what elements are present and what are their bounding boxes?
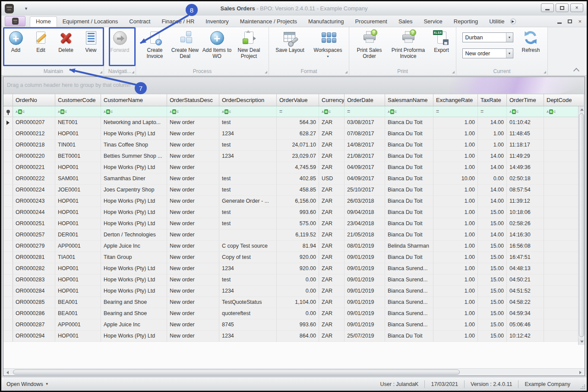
column-header-ordervalue[interactable]: OrderValue (277, 94, 319, 106)
combo-branch[interactable]: Durban▼ (462, 32, 513, 42)
add-items-to-wo-button[interactable]: Add Items to WO (201, 29, 234, 59)
tab-procurement[interactable]: Procurement (349, 16, 392, 27)
column-header-exchangerate[interactable]: ExchangeRate (433, 94, 478, 106)
group-by-bar[interactable]: Drag a column header here to group by th… (3, 77, 585, 94)
print-sales-order-button[interactable]: ?Print Sales Order (351, 29, 388, 59)
column-header-currency[interactable]: Currency (319, 94, 345, 106)
column-header-salesmanname[interactable]: SalesmanName (385, 94, 433, 106)
export-button[interactable]: XLSXExport (429, 29, 454, 53)
dialog-launcher-icon[interactable] (544, 71, 546, 73)
scroll-left-icon[interactable] (4, 369, 11, 376)
horizontal-scroll-thumb[interactable] (13, 370, 460, 375)
dialog-launcher-icon[interactable] (452, 71, 455, 73)
mdi-close-icon[interactable]: × (578, 18, 582, 25)
workspaces-button[interactable]: Workspaces▼ (309, 29, 347, 60)
vertical-scroll-thumb[interactable] (579, 113, 584, 337)
table-row[interactable]: OR0000221HOP001Hope Works (Pty) LtdNew o… (3, 162, 585, 173)
table-row[interactable]: OR0000282HOP001Hope Works (Pty) LtdNew o… (3, 263, 585, 274)
chevron-down-icon[interactable]: ▼ (506, 49, 513, 58)
mdi-restore-icon[interactable] (568, 19, 572, 23)
maximize-button[interactable] (556, 3, 569, 12)
table-row[interactable]: OR0000283HOP001Hope Works (Pty) LtdNew o… (3, 274, 585, 286)
tab-sales[interactable]: Sales (393, 16, 418, 27)
edit-button[interactable]: Edit (28, 29, 54, 53)
filter-cell-taxrate[interactable]: = (478, 106, 507, 117)
column-header-customername[interactable]: CustomerName (101, 94, 167, 106)
scroll-up-icon[interactable] (579, 106, 585, 113)
dialog-launcher-icon[interactable] (100, 71, 102, 73)
open-windows-button[interactable]: Open Windows▼ (6, 381, 49, 387)
table-row[interactable]: OR0000207NET001Networking and Lapto...Ne… (3, 117, 585, 128)
tab-inventory[interactable]: Inventory (200, 16, 234, 27)
table-row[interactable]: OR0000294HOP001Hope Works (Pty) LtdNew o… (3, 331, 585, 342)
application-menu-button[interactable] (5, 16, 25, 26)
dialog-launcher-icon[interactable] (132, 71, 134, 73)
filter-cell-ordervalue[interactable]: = (277, 106, 319, 117)
tab-equipment-locations[interactable]: Equipment / Locations (57, 16, 124, 27)
column-header-customercode[interactable]: CustomerCode (55, 94, 101, 106)
filter-cell-customername[interactable]: ABC (101, 106, 167, 117)
table-row[interactable]: OR0000284HOP001Hope Works (Pty) LtdNew o… (3, 286, 585, 297)
table-row[interactable]: OR0000251HOP001Hope Works (Pty) LtdNew o… (3, 218, 585, 229)
filter-cell-orderno[interactable]: ABC (13, 106, 55, 117)
tab-contract[interactable]: Contract (123, 16, 156, 27)
collapse-ribbon-icon[interactable] (574, 68, 579, 72)
tab-reporting[interactable]: Reporting (448, 16, 484, 27)
filter-cell-orderstatusdesc[interactable]: ABC (167, 106, 219, 117)
table-row[interactable]: OR0000222SAM001Samanthas DinerNew ordert… (3, 173, 585, 185)
column-header-taxrate[interactable]: TaxRate (478, 94, 507, 106)
table-row[interactable]: OR0000220BET0001Betties Summer Shop ...N… (3, 151, 585, 162)
close-button[interactable]: × (570, 3, 583, 12)
table-row[interactable]: OR0000281TIA001Titan GroupNew orderCopy … (3, 252, 585, 263)
tab-maintenance-projects[interactable]: Maintenance / Projects (234, 16, 303, 27)
scroll-down-icon[interactable] (579, 338, 585, 345)
tab-utilitie[interactable]: Utilitie (484, 16, 510, 27)
table-row[interactable]: OR0000279APP0001Apple Juice IncNew order… (3, 241, 585, 252)
filter-cell-orderdescription[interactable]: ABC (219, 106, 277, 117)
table-row[interactable]: OR0000243HOP001Hope Works (Pty) LtdNew o… (3, 196, 585, 207)
create-new-deal-button[interactable]: Create New Deal (170, 29, 201, 59)
view-button[interactable]: View (79, 29, 104, 53)
refresh-button[interactable]: Refresh (518, 29, 544, 53)
column-header-ordertime[interactable]: OrderTime (507, 94, 544, 106)
filter-cell-orderdate[interactable]: = (345, 106, 385, 117)
column-header-orderstatusdesc[interactable]: OrderStatusDesc (167, 94, 219, 106)
filter-pin-icon[interactable] (3, 106, 13, 117)
tab-manufacturing[interactable]: Manufacturing (303, 16, 349, 27)
table-row[interactable]: OR0000287APP0001Apple Juice IncNew order… (3, 319, 585, 331)
dialog-launcher-icon[interactable] (345, 71, 348, 73)
table-row[interactable]: OR0000285BEA001Bearing and ShoeNew order… (3, 297, 585, 308)
table-row[interactable]: OR0000212HOP001Hope Works (Pty) LtdNew o… (3, 128, 585, 140)
minimize-button[interactable] (541, 3, 554, 12)
filter-cell-customercode[interactable]: ABC (55, 106, 101, 117)
scroll-right-icon[interactable] (577, 369, 584, 376)
combo-order-status[interactable]: New order▼ (462, 48, 513, 58)
tabs-overflow-icon[interactable]: ▶ (510, 19, 516, 24)
delete-button[interactable]: Delete (54, 29, 79, 53)
table-row[interactable]: OR0000244HOP001Hope Works (Pty) LtdNew o… (3, 207, 585, 218)
resize-grip[interactable] (580, 384, 585, 389)
tab-finance-hr[interactable]: Finance / HR (156, 16, 200, 27)
table-row[interactable]: OR0000286BEA001Bearing and ShoeNew order… (3, 308, 585, 319)
horizontal-scrollbar[interactable] (3, 368, 585, 376)
tab-home[interactable]: Home (30, 16, 57, 27)
tab-service[interactable]: Service (418, 16, 448, 27)
filter-cell-ordertime[interactable]: ABC (507, 106, 544, 117)
new-deal-project-button[interactable]: New Deal Project (234, 29, 265, 59)
table-row[interactable]: OR0000257DER001Derton / TechnologiesNew … (3, 229, 585, 241)
print-proforma-invoice-button[interactable]: ?Print Proforma Invoice (388, 29, 429, 59)
mdi-minimize-icon[interactable] (557, 22, 562, 24)
filter-cell-exchangerate[interactable]: = (433, 106, 478, 117)
table-row[interactable]: OR0000218TIN001Tinas Coffee ShopNew orde… (3, 140, 585, 151)
save-layout-button[interactable]: Save Layout (271, 29, 309, 53)
filter-cell-currency[interactable]: ABC (319, 106, 345, 117)
quick-access-dropdown-icon[interactable]: ▼ (24, 6, 28, 11)
add-button[interactable]: Add (3, 29, 28, 53)
vertical-scrollbar[interactable] (578, 106, 585, 345)
column-header-deptcode[interactable]: DeptCode (544, 94, 584, 106)
chevron-down-icon[interactable]: ▼ (506, 33, 513, 42)
create-invoice-button[interactable]: ✓Create Invoice (140, 29, 170, 59)
column-header-orderdate[interactable]: OrderDate (345, 94, 385, 106)
forward-button[interactable]: Forward (107, 29, 133, 53)
table-row[interactable]: OR0000224JOE0001Joes Carpentry ShopNew o… (3, 185, 585, 196)
